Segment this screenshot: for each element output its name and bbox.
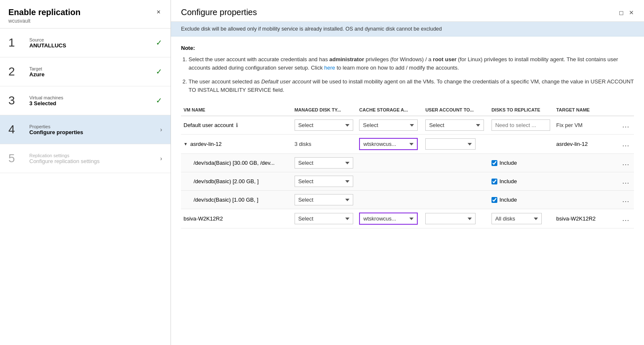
step-5-value: Configure replication settings <box>29 158 160 164</box>
step-3-check-icon: ✓ <box>156 96 162 105</box>
step-3-info: Virtual machines 3 Selected <box>29 95 156 106</box>
default-managed-disk-cell: Select <box>292 116 357 135</box>
disk-sda-target-cell <box>554 154 618 172</box>
th-user-account: USER ACCOUNT TO... <box>423 104 489 116</box>
disk-sdc-dots-button[interactable]: … <box>620 195 631 204</box>
panel-title: Enable replication <box>8 8 80 17</box>
table-header-row: VM NAME MANAGED DISK TY... CACHE STORAGE… <box>181 104 634 116</box>
default-managed-disk-dropdown[interactable]: Select <box>295 119 353 131</box>
disk-sda-include-cell: Include <box>489 154 554 172</box>
disk-sda-cache-cell <box>357 154 423 172</box>
disk-sdc-label: /dev/sdc(Basic) [1.00 GB, ] <box>194 197 259 203</box>
disk-sdb-name-cell: /dev/sdb(Basic) [2.00 GB, ] <box>181 172 292 191</box>
bsiva-cache-dropdown[interactable]: wtskrowcus... <box>359 213 418 225</box>
disk-sdb-include-label: Include <box>499 178 517 184</box>
default-cache-storage-dropdown[interactable]: Select <box>359 119 418 131</box>
step-2-value: Azure <box>29 71 156 78</box>
disk-sda-dots-button[interactable]: … <box>620 158 631 167</box>
panel-subtitle: wcusvault <box>8 18 80 24</box>
disk-sdb-include-cell: Include <box>489 172 554 191</box>
disk-sdb-include-checkbox[interactable] <box>491 179 497 184</box>
bsiva-managed-dropdown[interactable]: Select <box>295 213 353 224</box>
disk-sdb-user-cell <box>423 172 489 191</box>
left-panel: Enable replication wcusvault × 1 Source … <box>0 0 171 345</box>
left-panel-close-button[interactable]: × <box>155 8 162 17</box>
step-3-label: Virtual machines <box>29 95 156 100</box>
asrdev-lin-12-user-cell <box>423 135 489 154</box>
disk-sdb-managed-cell: Select <box>292 172 357 191</box>
disk-sdc-include-cell: Include <box>489 191 554 209</box>
disk-sda-managed-dropdown[interactable]: Select <box>295 157 353 169</box>
step-3-number: 3 <box>8 94 25 107</box>
bsiva-dots-button[interactable]: … <box>620 214 631 223</box>
maximize-button[interactable]: ◻ <box>619 9 624 16</box>
step-2-check-icon: ✓ <box>156 67 162 76</box>
asrdev-lin-12-managed-cell: 3 disks <box>292 135 357 154</box>
note-list: Select the user account with accurate cr… <box>181 55 634 94</box>
step-2-label: Target <box>29 66 156 71</box>
step-1[interactable]: 1 Source ANUTALLUCS ✓ <box>0 29 171 57</box>
disk-sdb-managed-dropdown[interactable]: Select <box>295 176 353 187</box>
step-1-number: 1 <box>8 36 25 49</box>
step-1-check-icon: ✓ <box>156 38 162 47</box>
th-actions <box>618 104 634 116</box>
th-disks-to-replicate: DISKS TO REPLICATE <box>489 104 554 116</box>
step-3[interactable]: 3 Virtual machines 3 Selected ✓ <box>0 86 171 115</box>
bsiva-all-disks-dropdown[interactable]: All disks <box>491 213 542 224</box>
default-fix-per-vm-cell: Fix per VM <box>554 116 618 135</box>
step-5-number: 5 <box>8 152 25 165</box>
properties-table: VM NAME MANAGED DISK TY... CACHE STORAGE… <box>181 104 634 228</box>
step-4-number: 4 <box>8 123 25 136</box>
step-4-chevron-icon: › <box>160 126 162 133</box>
disk-sda-row: /dev/sda(Basic) [30.00 GB, /dev... Selec… <box>181 154 634 172</box>
default-vm-name-cell: Default user account ℹ <box>181 116 292 135</box>
bsiva-managed-cell: Select <box>292 209 357 228</box>
disk-sda-include-checkbox[interactable] <box>491 160 497 166</box>
disk-sdb-label: /dev/sdb(Basic) [2.00 GB, ] <box>194 178 259 184</box>
th-vm-name: VM NAME <box>181 104 292 116</box>
bsiva-dots-cell: … <box>618 209 634 228</box>
disk-sda-dots-cell: … <box>618 154 634 172</box>
disk-sda-include-label: Include <box>499 160 517 166</box>
step-4[interactable]: 4 Properties Configure properties › <box>0 115 171 144</box>
default-dots-button[interactable]: … <box>620 121 631 130</box>
disk-sdc-dots-cell: … <box>618 191 634 209</box>
step-3-value: 3 Selected <box>29 100 156 106</box>
asrdev-lin-12-cache-dropdown[interactable]: wtskrowcus... <box>359 138 418 150</box>
disk-sda-name-cell: /dev/sda(Basic) [30.00 GB, /dev... <box>181 154 292 172</box>
asrdev-lin-12-dots-button[interactable]: … <box>620 140 631 148</box>
step-2[interactable]: 2 Target Azure ✓ <box>0 57 171 86</box>
disk-sdc-managed-dropdown[interactable]: Select <box>295 194 353 205</box>
disk-sdc-name-cell: /dev/sdc(Basic) [1.00 GB, ] <box>181 191 292 209</box>
asrdev-lin-12-target-name: asrdev-lin-12 <box>556 141 588 147</box>
default-user-account-dropdown[interactable]: Select <box>425 119 484 131</box>
disk-sdb-dots-button[interactable]: … <box>620 177 631 186</box>
asrdev-lin-12-user-dropdown[interactable] <box>425 138 476 150</box>
disk-sdc-managed-cell: Select <box>292 191 357 209</box>
asrdev-lin-12-name-cell: ▼ asrdev-lin-12 <box>181 135 292 154</box>
th-target-name: TARGET NAME <box>554 104 618 116</box>
bsiva-user-dropdown[interactable] <box>425 213 476 224</box>
note-title: Note: <box>181 45 634 51</box>
asrdev-lin-12-disks-text: 3 disks <box>295 141 311 147</box>
right-panel-close-button[interactable]: ✕ <box>629 9 634 16</box>
asrdev-lin-12-label: asrdev-lin-12 <box>190 141 222 147</box>
bsiva-cache-cell: wtskrowcus... <box>357 209 423 228</box>
here-link[interactable]: here <box>324 65 335 71</box>
th-cache-storage: CACHE STORAGE A... <box>357 104 423 116</box>
vm-asrdev-lin-12-row: ▼ asrdev-lin-12 3 disks wtskrowcus... <box>181 135 634 154</box>
default-need-to-select-input[interactable] <box>491 119 550 131</box>
bsiva-target-name: bsiva-W2K12R2 <box>556 215 596 222</box>
default-user-label: Default user account <box>184 122 233 128</box>
info-icon: ℹ <box>236 122 238 128</box>
left-header: Enable replication wcusvault × <box>0 0 171 29</box>
disk-sdc-include-checkbox[interactable] <box>491 197 497 203</box>
asrdev-lin-12-target-cell: asrdev-lin-12 <box>554 135 618 154</box>
content-area: Note: Select the user account with accur… <box>171 36 644 345</box>
bsiva-name-cell: bsiva-W2K12R2 <box>181 209 292 228</box>
disk-sda-label: /dev/sda(Basic) [30.00 GB, /dev... <box>194 160 274 166</box>
info-banner: Exclude disk will be allowed only if mob… <box>171 22 644 36</box>
right-header-icons: ◻ ✕ <box>619 9 634 16</box>
disk-sdb-dots-cell: … <box>618 172 634 191</box>
step-5[interactable]: 5 Replication settings Configure replica… <box>0 144 171 173</box>
